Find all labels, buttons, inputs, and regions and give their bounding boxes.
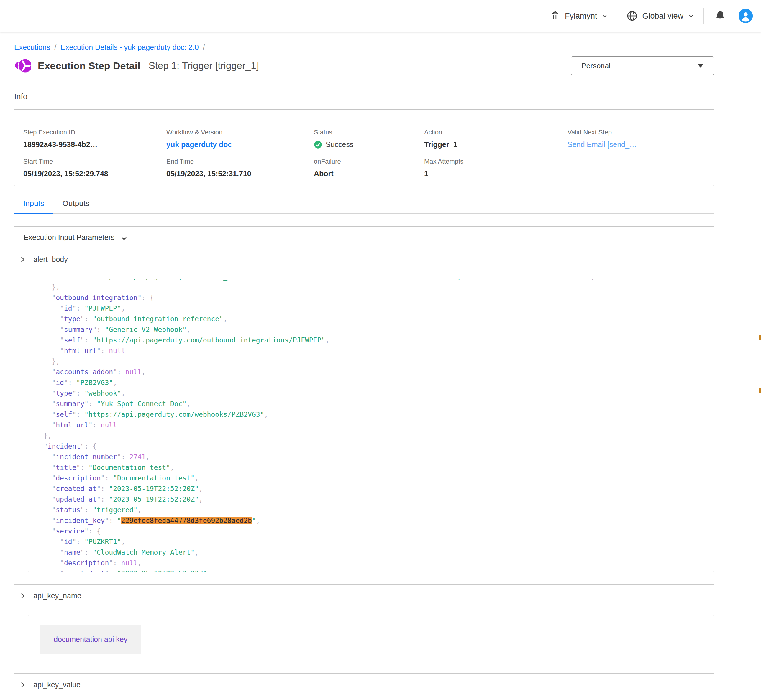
section-title: Execution Input Parameters: [23, 233, 115, 242]
view-switcher-label: Global view: [642, 11, 683, 20]
field-valid-next-step: Valid Next Step Send Email [send_…: [567, 128, 708, 149]
io-tabs: Inputs Outputs: [14, 199, 714, 214]
group-row-api-key-value[interactable]: api_key_value: [14, 674, 714, 695]
field-action: Action Trigger_1: [424, 128, 567, 149]
topbar-divider: [703, 8, 704, 23]
status-badge: Success: [326, 140, 353, 149]
top-bar: Fylamynt Global view: [0, 0, 761, 32]
group-label: alert_body: [33, 255, 68, 264]
info-card: Step Execution ID 18992a43-9538-4b2… Wor…: [14, 120, 714, 186]
page-title: Execution Step Detail: [38, 60, 140, 72]
chevron-right-icon: [19, 592, 26, 600]
notifications-button[interactable]: [714, 10, 726, 22]
scrollbar-find-marker: [759, 389, 761, 393]
group-row-alert-body[interactable]: alert_body: [14, 248, 714, 270]
org-switcher[interactable]: Fylamynt: [550, 10, 609, 22]
title-divider: [14, 83, 714, 83]
globe-icon: [626, 10, 638, 22]
workflow-link[interactable]: yuk pagerduty doc: [166, 140, 314, 149]
api-key-name-chip: documentation api key: [40, 625, 141, 654]
breadcrumb-execution-details-link[interactable]: Execution Details - yuk pagerduty doc: 2…: [61, 43, 199, 52]
group-row-api-key-name[interactable]: api_key_name: [14, 585, 714, 606]
main-content: Executions / Execution Details - yuk pag…: [0, 43, 761, 695]
chevron-down-icon: [601, 12, 608, 19]
bell-icon: [714, 10, 726, 22]
caret-down-icon: [698, 64, 703, 68]
tab-inputs[interactable]: Inputs: [14, 199, 53, 213]
alert-body-code-block[interactable]: "self": "https://api.pagerduty.com/event…: [28, 278, 714, 572]
info-heading-rule: [14, 109, 714, 110]
next-step-link[interactable]: Send Email [send_…: [567, 140, 708, 149]
field-status: Status Success: [314, 128, 424, 149]
json-code: "self": "https://api.pagerduty.com/event…: [28, 278, 714, 572]
breadcrumb-separator: /: [54, 43, 56, 52]
page-subtitle: Step 1: Trigger [trigger_1]: [149, 60, 259, 71]
field-start-time: Start Time 05/19/2023, 15:52:29.748: [23, 158, 166, 178]
field-max-attempts: Max Attempts 1: [424, 158, 567, 178]
field-onfailure: onFailure Abort: [314, 158, 424, 178]
scope-select-value: Personal: [581, 62, 611, 70]
group-label: api_key_value: [33, 681, 80, 689]
success-check-icon: [314, 141, 322, 149]
section-divider: [14, 606, 714, 608]
chevron-down-icon: [687, 12, 695, 19]
view-switcher[interactable]: Global view: [626, 10, 695, 22]
user-avatar[interactable]: [739, 9, 753, 23]
breadcrumb-separator: /: [203, 43, 205, 52]
scope-select[interactable]: Personal: [571, 56, 714, 75]
group-label: api_key_name: [33, 592, 81, 600]
field-step-execution-id: Step Execution ID 18992a43-9538-4b2…: [23, 128, 166, 149]
api-key-name-card: documentation api key: [28, 615, 714, 664]
breadcrumb: Executions / Execution Details - yuk pag…: [14, 43, 714, 52]
workflow-step-icon: [14, 57, 31, 74]
info-heading: Info: [14, 92, 714, 102]
tab-outputs[interactable]: Outputs: [53, 199, 99, 213]
chevron-right-icon: [19, 681, 26, 689]
bank-icon: [550, 10, 561, 22]
field-end-time: End Time 05/19/2023, 15:52:31.710: [166, 158, 314, 178]
download-arrow-icon[interactable]: [120, 233, 128, 241]
execution-input-parameters-header: Execution Input Parameters: [14, 226, 714, 248]
breadcrumb-executions-link[interactable]: Executions: [14, 43, 50, 52]
scrollbar-find-marker: [759, 335, 761, 340]
org-switcher-label: Fylamynt: [565, 11, 597, 20]
field-workflow-version: Workflow & Version yuk pagerduty doc: [166, 128, 314, 149]
topbar-divider: [617, 8, 617, 23]
chevron-right-icon: [19, 256, 26, 263]
title-row: Execution Step Detail Step 1: Trigger [t…: [14, 56, 714, 75]
